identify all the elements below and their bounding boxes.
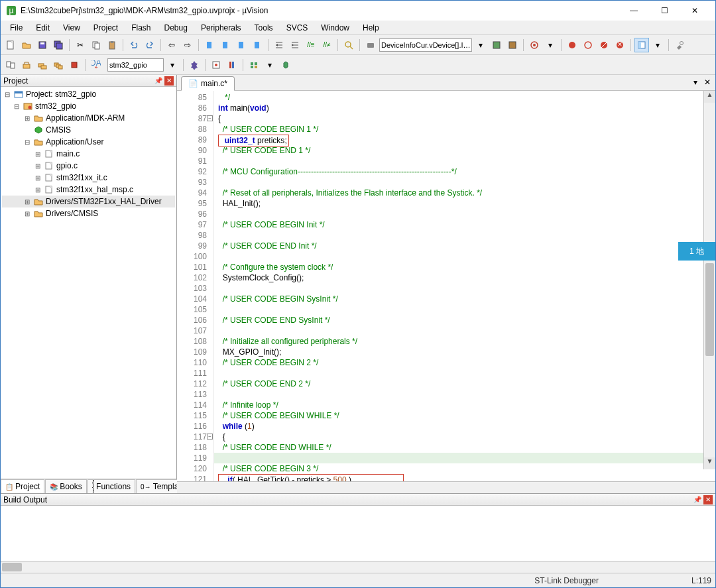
code-line[interactable]: MX_GPIO_Init(); [214, 347, 715, 357]
build-icon[interactable] [19, 58, 34, 72]
tab-books[interactable]: 📚Books [45, 479, 86, 493]
pack-dropdown-icon[interactable]: ▾ [263, 58, 277, 72]
bookmark-toggle-icon[interactable] [234, 38, 249, 52]
build-output-body[interactable] [1, 506, 715, 561]
file-ext-icon[interactable] [209, 58, 223, 72]
cut-icon[interactable]: ✂ [73, 38, 88, 52]
tree-row[interactable]: ⊞main.c [2, 148, 175, 160]
code-line[interactable] [214, 325, 715, 336]
translate-icon[interactable] [3, 58, 18, 72]
code-line[interactable]: /* USER CODE END WHILE */ [214, 442, 715, 453]
code-line[interactable]: SystemClock_Config(); [214, 272, 715, 283]
redo-icon[interactable] [143, 38, 157, 52]
code-line[interactable] [214, 304, 715, 315]
tree-toggle-icon[interactable]: ⊟ [23, 139, 31, 146]
project-tree[interactable]: ⊟Project: stm32_gpio⊟stm32_gpio⊞Applicat… [1, 87, 176, 479]
menu-help[interactable]: Help [356, 22, 386, 34]
download-icon[interactable]: LOAD [89, 58, 103, 72]
debug-run-icon[interactable] [527, 38, 542, 52]
code-line[interactable]: */ [214, 92, 715, 103]
breakpoint-enable-icon[interactable] [581, 38, 595, 52]
panel-close-icon[interactable]: ✕ [164, 76, 174, 86]
window-layout-icon[interactable] [634, 38, 649, 52]
batch-build-icon[interactable] [51, 58, 66, 72]
tree-row[interactable]: ⊟Project: stm32_gpio [2, 88, 175, 100]
comment-icon[interactable]: //≡ [304, 38, 318, 52]
code-line[interactable]: /* USER CODE END Init */ [214, 241, 715, 251]
code-line[interactable]: /* USER CODE BEGIN WHILE */ [214, 410, 715, 421]
code-line[interactable]: int main(void) [214, 103, 715, 113]
menu-view[interactable]: View [56, 22, 87, 34]
code-line[interactable]: HAL_Init(); [214, 198, 715, 209]
target-dropdown-icon[interactable]: ▾ [165, 58, 180, 72]
close-button[interactable]: ✕ [680, 1, 710, 21]
nav-forward-icon[interactable]: ⇨ [180, 38, 195, 52]
target-combo[interactable] [107, 58, 164, 72]
tree-row[interactable]: ⊞Drivers/STM32F1xx_HAL_Driver [2, 196, 175, 207]
fold-icon[interactable]: − [207, 115, 213, 121]
outdent-icon[interactable] [288, 38, 302, 52]
tree-toggle-icon[interactable]: ⊞ [34, 162, 42, 170]
vertical-scrollbar[interactable]: ▲ ▼ [703, 91, 715, 469]
tree-toggle-icon[interactable]: ⊞ [23, 115, 31, 122]
breakpoint-kill-icon[interactable]: × [613, 38, 627, 52]
tree-toggle-icon[interactable]: ⊞ [23, 198, 31, 206]
breakpoint-disable-icon[interactable] [597, 38, 611, 52]
maximize-button[interactable]: ☐ [649, 1, 680, 21]
window-dropdown-icon[interactable]: ▾ [650, 38, 665, 52]
tab-close-icon[interactable]: ✕ [702, 77, 713, 88]
code-line[interactable] [214, 368, 715, 379]
stop-build-icon[interactable] [67, 58, 82, 72]
fold-icon[interactable]: − [207, 434, 213, 440]
code-line[interactable]: /* USER CODE END SysInit */ [214, 315, 715, 325]
configure-icon[interactable] [489, 38, 504, 52]
build-close-icon[interactable]: ✕ [703, 495, 713, 504]
scroll-thumb[interactable] [705, 263, 714, 356]
menu-peripherals[interactable]: Peripherals [194, 22, 248, 34]
bookmark-next-icon[interactable] [218, 38, 233, 52]
code-line[interactable]: if( HAL_GetTick() - preticks > 500 ) [214, 474, 715, 481]
ime-badge[interactable]: 1 地 [678, 242, 715, 261]
device-dropdown-icon[interactable]: ▾ [473, 38, 488, 52]
tree-toggle-icon[interactable]: ⊞ [34, 150, 42, 158]
code-line[interactable] [214, 453, 715, 463]
code-line[interactable]: uint32_t preticks; [214, 135, 715, 145]
code-line[interactable]: /* Configure the system clock */ [214, 262, 715, 272]
save-icon[interactable] [35, 38, 50, 52]
undo-icon[interactable] [127, 38, 141, 52]
tree-row[interactable]: ⊟stm32_gpio [2, 100, 175, 112]
tree-toggle-icon[interactable]: ⊞ [34, 174, 42, 182]
code-line[interactable]: /* USER CODE BEGIN 2 */ [214, 357, 715, 368]
tab-functions[interactable]: { }Functions [88, 479, 135, 493]
device-icon[interactable] [363, 38, 378, 52]
code-line[interactable]: /* USER CODE BEGIN Init */ [214, 219, 715, 230]
paste-icon[interactable] [105, 38, 119, 52]
manage-icon[interactable] [505, 38, 520, 52]
find-icon[interactable] [341, 38, 356, 52]
code-line[interactable]: /* USER CODE END 1 */ [214, 145, 715, 156]
build-hscroll[interactable] [1, 561, 715, 573]
code-line[interactable]: /* Reset of all peripherals, Initializes… [214, 188, 715, 198]
menu-tools[interactable]: Tools [248, 22, 280, 34]
code-line[interactable] [214, 283, 715, 294]
copy-icon[interactable] [89, 38, 103, 52]
breakpoint-insert-icon[interactable] [565, 38, 579, 52]
bookmark-prev-icon[interactable] [202, 38, 217, 52]
code-line[interactable] [214, 389, 715, 400]
scroll-down-icon[interactable]: ▼ [704, 457, 715, 469]
bookmark-clear-icon[interactable] [250, 38, 265, 52]
pack-installer-icon[interactable] [247, 58, 261, 72]
code-line[interactable]: /* Infinite loop */ [214, 400, 715, 410]
code-line[interactable]: /* USER CODE BEGIN 3 */ [214, 463, 715, 474]
code-line[interactable] [214, 177, 715, 188]
code-line[interactable]: /* MCU Configuration--------------------… [214, 166, 715, 177]
menu-debug[interactable]: Debug [158, 22, 194, 34]
code-line[interactable]: while (1) [214, 421, 715, 432]
code-line[interactable] [214, 156, 715, 166]
tree-row[interactable]: CMSIS [2, 124, 175, 136]
code-line[interactable] [214, 251, 715, 262]
menu-edit[interactable]: Edit [29, 22, 56, 34]
debug-dropdown-icon[interactable]: ▾ [543, 38, 558, 52]
horizontal-scrollbar[interactable] [177, 481, 715, 493]
rebuild-icon[interactable] [35, 58, 50, 72]
